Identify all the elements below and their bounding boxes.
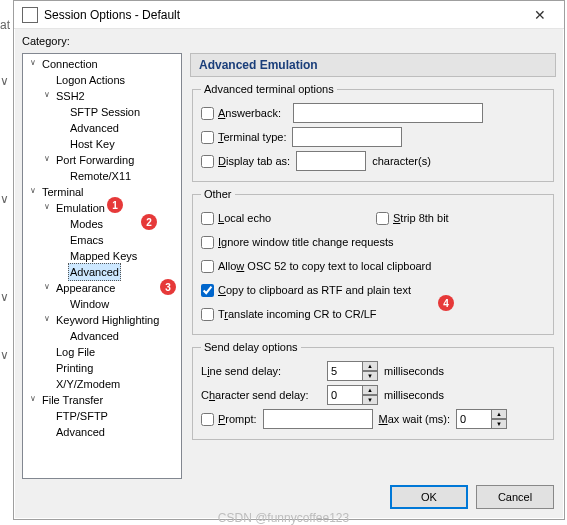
expander-icon[interactable]: ∨	[41, 314, 52, 325]
max-wait-field[interactable]	[456, 409, 492, 429]
tree-node-modes[interactable]: Modes	[51, 216, 181, 232]
tree-node-printing[interactable]: Printing	[37, 360, 181, 376]
local-echo-checkbox[interactable]	[201, 212, 214, 225]
group-send-delay: Send delay options Line send delay: ▲▼ m…	[192, 341, 554, 440]
group-legend: Other	[201, 188, 235, 200]
annotation-4: 4	[438, 295, 454, 311]
client-area: Category: ∨Connection Logon Actions ∨SSH…	[22, 35, 556, 479]
tree-node-emulation-advanced[interactable]: Advanced	[51, 264, 181, 280]
answerback-checkbox-label[interactable]: Answerback:	[201, 107, 281, 120]
expander-icon[interactable]: ∨	[41, 154, 52, 165]
tree-node-ssh2[interactable]: ∨SSH2	[37, 88, 181, 104]
expander-icon[interactable]: ∨	[41, 90, 52, 101]
tree-node-mapped-keys[interactable]: Mapped Keys	[51, 248, 181, 264]
prompt-field[interactable]	[263, 409, 373, 429]
terminal-type-checkbox[interactable]	[201, 131, 214, 144]
ignore-title-checkbox-label[interactable]: Ignore window title change requests	[201, 236, 394, 249]
line-delay-label: Line send delay:	[201, 365, 321, 377]
section-heading: Advanced Emulation	[190, 53, 556, 77]
tree-node-logon-actions[interactable]: Logon Actions	[37, 72, 181, 88]
translate-cr-checkbox[interactable]	[201, 308, 214, 321]
answerback-field[interactable]	[293, 103, 483, 123]
tree-node-ssh2-advanced[interactable]: Advanced	[51, 120, 181, 136]
bg-chevron: at	[0, 18, 10, 32]
tree-node-port-forwarding[interactable]: ∨Port Forwarding	[37, 152, 181, 168]
copy-rtf-checkbox-label[interactable]: Copy to clipboard as RTF and plain text	[201, 284, 411, 297]
tree-node-file-transfer[interactable]: ∨File Transfer	[23, 392, 181, 408]
spin-up[interactable]: ▲	[363, 361, 378, 371]
char-delay-field[interactable]	[327, 385, 363, 405]
settings-pane: Advanced Emulation Advanced terminal opt…	[190, 53, 556, 479]
app-icon	[22, 7, 38, 23]
group-other: Other Local echo Strip 8th bit Ignore wi…	[192, 188, 554, 335]
annotation-2: 2	[141, 214, 157, 230]
expander-icon[interactable]: ∨	[41, 202, 52, 213]
cancel-button[interactable]: Cancel	[476, 485, 554, 509]
tree-node-ftp-sftp[interactable]: FTP/SFTP	[37, 408, 181, 424]
title-bar: Session Options - Default ✕	[14, 1, 564, 29]
spin-up[interactable]: ▲	[492, 409, 507, 419]
char-delay-spinner[interactable]: ▲▼	[327, 385, 378, 405]
close-button[interactable]: ✕	[520, 1, 560, 29]
dialog-window: Session Options - Default ✕ Category: ∨C…	[13, 0, 565, 520]
group-advanced-terminal: Advanced terminal options Answerback: Te…	[192, 83, 554, 182]
prompt-checkbox[interactable]	[201, 413, 214, 426]
translate-cr-checkbox-label[interactable]: Translate incoming CR to CR/LF	[201, 308, 377, 321]
category-label: Category:	[22, 35, 556, 47]
tree-node-sftp-session[interactable]: SFTP Session	[51, 104, 181, 120]
tree-node-log-file[interactable]: Log File	[37, 344, 181, 360]
tree-node-keyword-highlighting[interactable]: ∨Keyword Highlighting	[37, 312, 181, 328]
spin-down[interactable]: ▼	[363, 371, 378, 381]
tree-node-kh-advanced[interactable]: Advanced	[51, 328, 181, 344]
tree-node-window[interactable]: Window	[51, 296, 181, 312]
tree-node-emacs[interactable]: Emacs	[51, 232, 181, 248]
spin-down[interactable]: ▼	[492, 419, 507, 429]
ms-label: milliseconds	[384, 365, 444, 377]
group-legend: Advanced terminal options	[201, 83, 337, 95]
max-wait-spinner[interactable]: ▲▼	[456, 409, 507, 429]
category-tree[interactable]: ∨Connection Logon Actions ∨SSH2 SFTP Ses…	[22, 53, 182, 479]
tree-node-xyzmodem[interactable]: X/Y/Zmodem	[37, 376, 181, 392]
bg-chevron: ∨	[0, 348, 9, 362]
window-title: Session Options - Default	[44, 8, 520, 22]
expander-icon[interactable]: ∨	[27, 394, 38, 405]
terminal-type-field[interactable]	[292, 127, 402, 147]
max-wait-label: Max wait (ms):	[379, 413, 451, 425]
bg-chevron: ∨	[0, 290, 9, 304]
display-tab-field[interactable]	[296, 151, 366, 171]
characters-label: character(s)	[372, 155, 431, 167]
tree-node-remote-x11[interactable]: Remote/X11	[51, 168, 181, 184]
copy-rtf-checkbox[interactable]	[201, 284, 214, 297]
annotation-1: 1	[107, 197, 123, 213]
strip-8th-checkbox-label[interactable]: Strip 8th bit	[376, 212, 545, 225]
strip-8th-checkbox[interactable]	[376, 212, 389, 225]
ignore-title-checkbox[interactable]	[201, 236, 214, 249]
ok-button[interactable]: OK	[390, 485, 468, 509]
group-legend: Send delay options	[201, 341, 301, 353]
line-delay-field[interactable]	[327, 361, 363, 381]
display-tab-checkbox-label[interactable]: Display tab as:	[201, 155, 290, 168]
line-delay-spinner[interactable]: ▲▼	[327, 361, 378, 381]
prompt-checkbox-label[interactable]: Prompt:	[201, 413, 257, 426]
expander-icon[interactable]: ∨	[27, 58, 38, 69]
tree-node-terminal[interactable]: ∨Terminal	[23, 184, 181, 200]
spin-up[interactable]: ▲	[363, 385, 378, 395]
allow-osc52-checkbox-label[interactable]: Allow OSC 52 to copy text to local clipb…	[201, 260, 431, 273]
allow-osc52-checkbox[interactable]	[201, 260, 214, 273]
close-icon: ✕	[534, 7, 546, 23]
tree-node-ft-advanced[interactable]: Advanced	[37, 424, 181, 440]
answerback-checkbox[interactable]	[201, 107, 214, 120]
spin-down[interactable]: ▼	[363, 395, 378, 405]
expander-icon[interactable]: ∨	[41, 282, 52, 293]
bg-chevron: ∨	[0, 74, 9, 88]
tree-node-host-key[interactable]: Host Key	[51, 136, 181, 152]
bg-chevron: ∨	[0, 192, 9, 206]
expander-icon[interactable]: ∨	[27, 186, 38, 197]
dialog-buttons: OK Cancel	[390, 485, 554, 509]
annotation-3: 3	[160, 279, 176, 295]
display-tab-checkbox[interactable]	[201, 155, 214, 168]
tree-node-connection[interactable]: ∨Connection	[23, 56, 181, 72]
terminal-type-checkbox-label[interactable]: Terminal type:	[201, 131, 286, 144]
local-echo-checkbox-label[interactable]: Local echo	[201, 212, 370, 225]
watermark: CSDN @funnycoffee123	[218, 511, 349, 525]
